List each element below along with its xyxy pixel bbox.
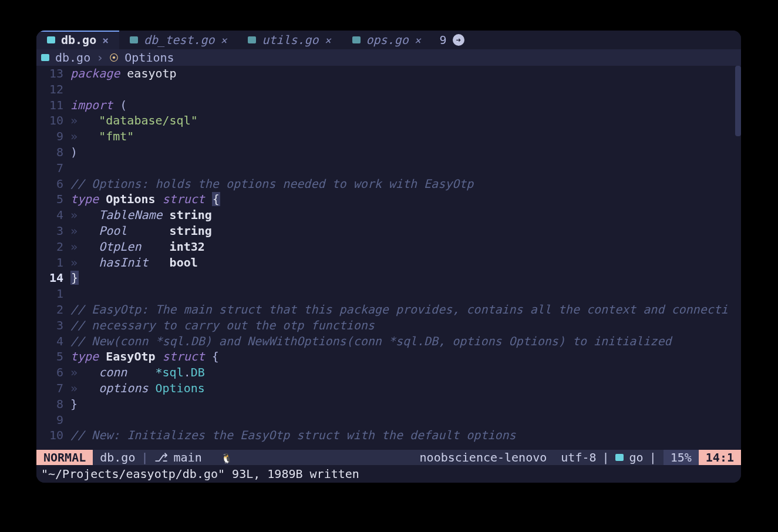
code-line[interactable]: 6» conn *sql.DB [36, 365, 741, 381]
code-line[interactable]: 3» Pool string [36, 223, 741, 239]
line-number: 2 [36, 239, 70, 255]
token-ty: sql [163, 365, 184, 379]
line-number: 6 [36, 176, 70, 192]
token-tab-ch: » [70, 240, 99, 254]
terminal-window: db.go×db_test.go×utils.go×ops.go×9➜ db.g… [36, 31, 741, 483]
token-match-brace: } [70, 271, 79, 285]
code-line[interactable]: 2// EasyOtp: The main struct that this p… [36, 302, 741, 318]
arrow-right-icon[interactable]: ➜ [453, 34, 464, 46]
tab-overflow[interactable]: 9➜ [432, 33, 473, 47]
os-icon [208, 450, 215, 464]
token-tab-ch: » [70, 365, 99, 379]
code-content: // New(conn *sql.DB) and NewWithOptions(… [70, 334, 741, 349]
token-str: "database/sql" [99, 113, 198, 127]
token-kw: struct [156, 349, 212, 363]
encoding: utf-8 [561, 450, 596, 464]
status-encoding-segment: utf-8 | go | [554, 450, 663, 465]
close-icon[interactable]: × [220, 34, 227, 46]
code-line[interactable]: 11import ( [36, 97, 741, 113]
command-line[interactable]: "~/Projects/easyotp/db.go" 93L, 1989B wr… [36, 465, 741, 483]
token-str: "fmt" [99, 129, 134, 143]
go-icon [41, 54, 49, 61]
scroll-percent: 15% [671, 450, 692, 464]
token-tab-ch: » [70, 255, 99, 270]
breadcrumb-separator: › [96, 50, 103, 65]
close-icon[interactable]: × [325, 34, 331, 46]
cursor-position: 14:1 [706, 450, 734, 464]
line-number: 7 [36, 160, 70, 176]
close-icon[interactable]: × [102, 34, 109, 46]
token-cm: // EasyOtp: The main struct that this pa… [70, 302, 728, 316]
token-tyB: string [170, 224, 212, 238]
code-content: » conn *sql.DB [70, 365, 741, 381]
code-content: » OtpLen int32 [70, 239, 741, 255]
breadcrumb-symbol: Options [124, 50, 174, 65]
token-pun: ) [70, 145, 78, 159]
vim-mode-indicator: NORMAL [36, 450, 93, 465]
code-line[interactable]: 2» OtpLen int32 [36, 239, 741, 255]
token-kw: package [70, 66, 127, 80]
code-line[interactable]: 8} [36, 396, 741, 412]
scrollbar-thumb[interactable] [735, 66, 741, 136]
token-pun: ( [120, 98, 127, 112]
code-line[interactable]: 1 [36, 286, 741, 302]
code-line[interactable]: 9» "fmt" [36, 129, 741, 144]
code-line[interactable]: 6// Options: holds the options needed to… [36, 176, 741, 192]
code-line[interactable]: 1» hasInit bool [36, 255, 741, 271]
line-number: 3 [36, 318, 70, 334]
token-cm: // Options: holds the options needed to … [70, 177, 473, 191]
tab-label: db_test.go [144, 33, 214, 47]
token-struct-name: EasyOtp [106, 349, 155, 363]
code-line[interactable]: 10» "database/sql" [36, 113, 741, 129]
code-line[interactable]: 7 [36, 160, 741, 176]
token-struct-name: Options [106, 192, 155, 206]
code-line[interactable]: 9 [36, 412, 741, 428]
git-branch-name: main [174, 450, 202, 464]
code-line[interactable]: 5type EasyOtp struct { [36, 349, 741, 365]
code-line[interactable]: 10// New: Initializes the EasyOtp struct… [36, 427, 741, 443]
line-number: 14 [36, 270, 70, 286]
code-content: // Options: holds the options needed to … [70, 176, 741, 192]
tab-db_test-go[interactable]: db_test.go× [119, 31, 237, 49]
code-content: » hasInit bool [70, 255, 741, 271]
line-number: 3 [36, 223, 70, 239]
code-line[interactable]: 4// New(conn *sql.DB) and NewWithOptions… [36, 334, 741, 349]
line-number: 10 [36, 113, 70, 129]
code-content: » "database/sql" [70, 113, 741, 129]
filetype: go [629, 450, 644, 464]
code-line[interactable]: 3// necessary to carry out the otp funct… [36, 318, 741, 334]
struct-symbol-icon [109, 52, 119, 63]
code-line[interactable]: 14} [36, 270, 741, 286]
code-content [70, 286, 741, 302]
code-line[interactable]: 12 [36, 82, 741, 97]
go-icon [130, 36, 138, 43]
code-content: type Options struct { [70, 191, 741, 207]
token-pun: . [184, 365, 191, 379]
token-fld: OtpLen [99, 240, 169, 254]
status-separator: | [602, 450, 609, 464]
code-line[interactable]: 5type Options struct { [36, 191, 741, 207]
close-icon[interactable]: × [415, 34, 421, 46]
token-tyB: string [170, 208, 212, 222]
code-line[interactable]: 4» TableName string [36, 207, 741, 223]
token-fld: conn [99, 365, 155, 379]
line-number: 8 [36, 396, 70, 412]
code-content: } [70, 270, 741, 286]
token-fld: Pool [99, 224, 169, 238]
token-ty: Options [156, 381, 205, 395]
code-line[interactable]: 8) [36, 144, 741, 160]
tab-label: db.go [61, 33, 96, 47]
code-line[interactable]: 7» options Options [36, 381, 741, 396]
code-line[interactable]: 13package easyotp [36, 66, 741, 82]
tab-utils-go[interactable]: utils.go× [237, 31, 341, 49]
token-cm: // necessary to carry out the otp functi… [70, 318, 375, 332]
tab-db-go[interactable]: db.go× [36, 31, 119, 49]
token-tab-ch: » [70, 381, 99, 395]
go-icon [615, 454, 624, 461]
go-icon [352, 36, 361, 43]
status-host-segment: noobscience-lenovo [413, 450, 554, 465]
code-editor[interactable]: 13package easyotp1211import (10» "databa… [36, 66, 741, 443]
tab-ops-go[interactable]: ops.go× [342, 31, 432, 49]
code-content: package easyotp [70, 66, 741, 82]
token-pun: } [70, 397, 78, 411]
